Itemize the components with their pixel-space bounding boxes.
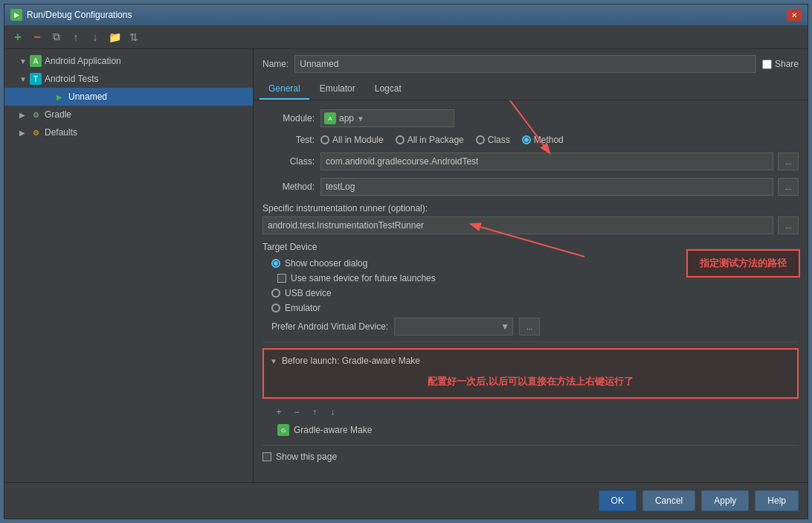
before-launch-header: ▼ Before launch: Gradle-aware Make bbox=[270, 356, 791, 366]
radio-circle-show-chooser bbox=[271, 259, 280, 268]
method-input[interactable] bbox=[320, 178, 773, 196]
expand-arrow-tests: ▼ bbox=[19, 75, 30, 83]
same-device-checkbox[interactable] bbox=[277, 274, 286, 283]
method-browse-button[interactable]: ... bbox=[778, 178, 799, 196]
instrumentation-section: Specific instrumentation runner (optiona… bbox=[262, 203, 799, 234]
defaults-icon: ⚙ bbox=[30, 126, 42, 138]
radio-all-in-module[interactable]: All in Module bbox=[320, 135, 384, 145]
content-area: 运行测试方法 Module: A app ▼ Test: bbox=[254, 100, 808, 482]
tree-item-android-tests[interactable]: ▼ T Android Tests bbox=[4, 70, 253, 88]
radio-emulator[interactable]: Emulator bbox=[271, 303, 799, 313]
instrumentation-browse-button[interactable]: ... bbox=[778, 216, 799, 234]
radio-circle-emulator bbox=[271, 304, 280, 312]
sort-button[interactable]: ⇅ bbox=[125, 28, 143, 46]
move-down-button[interactable]: ↓ bbox=[86, 28, 104, 46]
before-launch-arrow-icon: ▼ bbox=[270, 357, 277, 365]
tabs-bar: General Emulator Logcat bbox=[254, 79, 808, 100]
bottom-bar: OK Cancel Apply Help bbox=[4, 482, 808, 519]
module-value: app bbox=[339, 113, 354, 123]
module-label: Module: bbox=[262, 113, 315, 123]
radio-label-all-in-package: All in Package bbox=[407, 135, 464, 145]
tree-item-unnamed[interactable]: ▶ Unnamed bbox=[4, 88, 253, 106]
instrumentation-row: ... bbox=[262, 216, 799, 234]
prefer-label: Prefer Android Virtual Device: bbox=[271, 321, 388, 332]
tab-emulator[interactable]: Emulator bbox=[311, 79, 364, 100]
radio-circle-all-in-module bbox=[320, 135, 329, 144]
gradle-make-icon: G bbox=[277, 424, 289, 436]
share-label: Share bbox=[775, 59, 799, 69]
copy-config-button[interactable]: ⧉ bbox=[48, 28, 65, 46]
main-content: ▼ A Android Application ▼ T Android Test… bbox=[4, 49, 808, 482]
instrumentation-label: Specific instrumentation runner (optiona… bbox=[262, 203, 799, 214]
module-control: A app ▼ bbox=[320, 109, 799, 127]
dialog-icon: ▶ bbox=[10, 9, 22, 21]
before-launch-add-button[interactable]: + bbox=[271, 405, 286, 420]
title-bar: ▶ Run/Debug Configurations ✕ bbox=[4, 4, 808, 25]
prefer-dropdown[interactable]: ▼ bbox=[394, 318, 513, 336]
target-device-section: Target Device Show chooser dialog Use sa… bbox=[262, 242, 799, 336]
name-input[interactable] bbox=[294, 55, 756, 73]
before-launch-title: Before launch: Gradle-aware Make bbox=[282, 356, 420, 366]
before-launch-toolbar: + − ↑ ↓ bbox=[271, 405, 799, 420]
show-page-row: Show this page bbox=[262, 445, 799, 462]
radio-circle-method bbox=[522, 135, 531, 144]
show-page-checkbox[interactable] bbox=[262, 452, 271, 461]
expand-arrow-gradle: ▶ bbox=[19, 111, 30, 119]
radio-usb-device[interactable]: USB device bbox=[271, 288, 799, 298]
cancel-button[interactable]: Cancel bbox=[642, 490, 695, 511]
name-bar: Name: Share bbox=[254, 49, 808, 79]
module-dropdown[interactable]: A app ▼ bbox=[320, 109, 454, 127]
prefer-arrow-icon: ▼ bbox=[500, 321, 509, 332]
radio-class[interactable]: Class bbox=[476, 135, 510, 145]
move-up-button[interactable]: ↑ bbox=[67, 28, 85, 46]
method-row: Method: ... bbox=[262, 178, 799, 196]
add-config-button[interactable]: + bbox=[9, 28, 27, 46]
target-device-title: Target Device bbox=[262, 242, 799, 252]
ok-button[interactable]: OK bbox=[599, 490, 637, 511]
before-launch-section: ▼ Before launch: Gradle-aware Make 配置好一次… bbox=[262, 341, 799, 436]
name-label: Name: bbox=[262, 59, 289, 69]
close-button[interactable]: ✕ bbox=[787, 9, 802, 21]
before-launch-remove-button[interactable]: − bbox=[289, 405, 304, 420]
radio-method[interactable]: Method bbox=[522, 135, 564, 145]
android-tests-label: Android Tests bbox=[45, 74, 99, 84]
expand-arrow-defaults: ▶ bbox=[19, 129, 30, 137]
apply-button[interactable]: Apply bbox=[701, 490, 749, 511]
tree-item-gradle[interactable]: ▶ ⚙ Gradle bbox=[4, 106, 253, 123]
class-browse-button[interactable]: ... bbox=[778, 153, 799, 170]
class-input[interactable] bbox=[320, 153, 773, 170]
radio-all-in-package[interactable]: All in Package bbox=[396, 135, 464, 145]
gradle-make-item: G Gradle-aware Make bbox=[277, 424, 799, 436]
help-button[interactable]: Help bbox=[755, 490, 799, 511]
radio-label-method: Method bbox=[534, 135, 564, 145]
gradle-label: Gradle bbox=[45, 109, 71, 120]
show-chooser-label: Show chooser dialog bbox=[285, 258, 367, 269]
unnamed-icon: ▶ bbox=[54, 91, 65, 103]
checkbox-same-device[interactable]: Use same device for future launches bbox=[277, 273, 799, 283]
prefer-browse-button[interactable]: ... bbox=[519, 318, 540, 336]
dialog-title: Run/Debug Configurations bbox=[27, 10, 787, 20]
module-icon: A bbox=[324, 112, 336, 124]
android-test-icon: T bbox=[30, 73, 42, 85]
instrumentation-input[interactable] bbox=[262, 216, 773, 234]
same-device-label: Use same device for future launches bbox=[291, 273, 436, 283]
module-arrow-icon: ▼ bbox=[357, 115, 364, 123]
before-launch-up-button[interactable]: ↑ bbox=[307, 405, 322, 420]
share-checkbox[interactable] bbox=[762, 60, 772, 69]
before-launch-down-button[interactable]: ↓ bbox=[325, 405, 340, 420]
remove-config-button[interactable]: − bbox=[28, 28, 46, 46]
show-page-label: Show this page bbox=[276, 452, 337, 462]
usb-device-label: USB device bbox=[285, 288, 332, 298]
tree-item-defaults[interactable]: ▶ ⚙ Defaults bbox=[4, 123, 253, 141]
folder-button[interactable]: 📁 bbox=[106, 28, 123, 46]
tab-logcat[interactable]: Logcat bbox=[366, 79, 410, 100]
radio-circle-usb bbox=[271, 289, 280, 298]
module-row: Module: A app ▼ bbox=[262, 109, 799, 127]
config-tree: ▼ A Android Application ▼ T Android Test… bbox=[4, 49, 254, 482]
before-launch-annotation-box: ▼ Before launch: Gradle-aware Make 配置好一次… bbox=[262, 348, 799, 399]
expand-arrow: ▼ bbox=[19, 57, 30, 65]
share-area: Share bbox=[762, 59, 799, 69]
radio-show-chooser[interactable]: Show chooser dialog bbox=[271, 258, 799, 269]
tree-item-android-application[interactable]: ▼ A Android Application bbox=[4, 52, 253, 70]
tab-general[interactable]: General bbox=[260, 79, 309, 100]
